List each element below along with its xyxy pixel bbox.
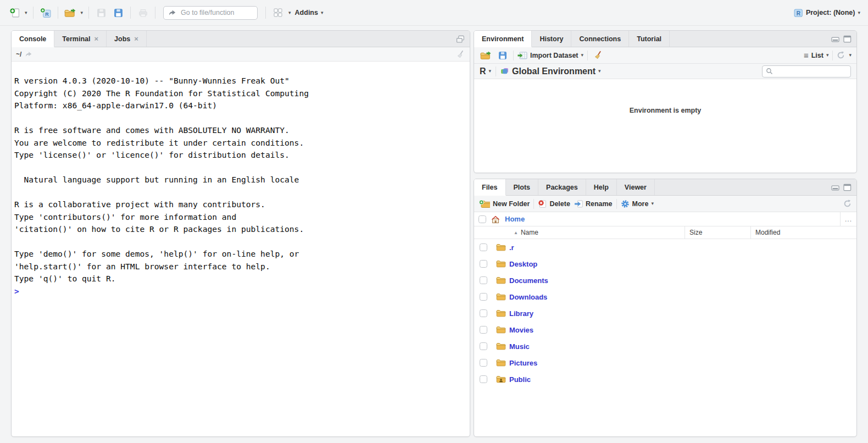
open-file-button[interactable] [64,6,77,19]
file-checkbox[interactable] [480,309,487,317]
tab-connections[interactable]: Connections [571,31,629,47]
list-view-menu[interactable]: List [804,51,829,59]
tab-history-label: History [539,35,563,43]
goto-arrow-icon [168,9,176,16]
save-workspace-button[interactable] [496,49,509,62]
file-name-link[interactable]: Downloads [509,293,547,301]
search-icon [766,68,773,75]
file-row: Desktop [474,256,856,272]
tab-jobs[interactable]: Jobs [107,31,147,47]
print-button[interactable] [136,6,149,19]
import-dataset-label: Import Dataset [530,52,578,59]
import-dataset-menu[interactable]: Import Dataset [518,52,583,59]
file-name-link[interactable]: .r [509,243,514,252]
goto-file-input[interactable] [180,8,253,17]
files-breadcrumb: Home ... [474,212,856,226]
environment-scope-selector[interactable]: Global Environment [500,67,601,76]
tab-help[interactable]: Help [586,179,617,195]
project-caret-icon [858,10,860,15]
tab-files-label: Files [482,184,498,191]
maximize-icon[interactable] [843,35,852,43]
language-selector[interactable]: R [480,67,491,76]
minimize-icon[interactable] [831,184,839,191]
more-label: More [632,200,649,208]
new-project-button[interactable] [39,6,52,19]
load-workspace-button[interactable] [479,49,492,62]
home-breadcrumb-link[interactable]: Home [505,215,525,223]
new-file-caret-icon[interactable] [25,10,27,15]
file-checkbox[interactable] [480,293,487,301]
close-icon[interactable] [134,35,138,42]
refresh-icon[interactable] [843,200,852,208]
toolbar-separator [88,7,89,19]
panes-layout-button[interactable] [271,6,285,19]
tab-viewer[interactable]: Viewer [617,179,655,195]
console-toolbar: ~/ [12,47,470,62]
list-icon [804,51,809,59]
tab-environment[interactable]: Environment [474,31,532,47]
maximize-icon[interactable] [843,184,852,191]
clear-environment-icon[interactable] [592,49,605,62]
refresh-icon[interactable] [837,51,845,59]
tab-plots[interactable]: Plots [506,179,539,195]
rename-button[interactable]: Rename [574,200,613,208]
path-ellipsis-button[interactable]: ... [840,212,856,226]
goto-working-directory-icon[interactable] [25,51,32,58]
environment-scope-caret-icon [598,69,601,74]
list-view-label: List [811,52,824,59]
environment-empty-message: Environment is empty [474,79,856,114]
column-header-size[interactable]: Size [685,226,750,239]
tab-tutorial[interactable]: Tutorial [629,31,670,47]
project-menu[interactable]: Project: (None) [794,8,860,18]
column-header-name[interactable]: Name [509,226,685,239]
file-name-link[interactable]: Library [509,309,533,318]
delete-button[interactable]: Delete [538,200,570,208]
folder-icon [496,293,506,301]
file-name-link[interactable]: Documents [509,276,548,285]
minimize-icon[interactable] [831,35,839,43]
file-checkbox[interactable] [480,276,487,284]
file-checkbox[interactable] [480,375,487,383]
refresh-caret-icon[interactable] [849,53,852,58]
close-icon[interactable] [94,35,98,42]
environment-search-input[interactable] [776,67,847,76]
file-checkbox[interactable] [480,359,487,367]
home-icon[interactable] [491,215,500,224]
file-checkbox[interactable] [480,326,487,334]
file-name-link[interactable]: Public [509,375,531,384]
save-all-button[interactable] [112,6,125,19]
file-checkbox[interactable] [480,342,487,350]
new-folder-button[interactable]: New Folder [479,200,530,208]
console-output-area[interactable]: R version 4.0.3 (2020-10-10) -- "Bunny-W… [12,62,470,301]
file-name-link[interactable]: Desktop [509,260,537,268]
console-prompt: > [14,286,19,296]
tab-plots-label: Plots [514,184,531,191]
select-all-checkbox[interactable] [478,215,486,223]
tab-packages[interactable]: Packages [538,179,586,195]
environment-search[interactable] [762,65,851,77]
new-file-button[interactable] [8,6,21,19]
tab-files[interactable]: Files [474,179,506,196]
open-file-caret-icon[interactable] [81,10,84,15]
toolbar-separator [155,7,155,19]
addins-menu[interactable]: Addins [295,9,324,16]
file-checkbox[interactable] [480,243,487,251]
file-name-link[interactable]: Music [509,342,530,351]
maximize-icon[interactable] [456,35,465,43]
save-button[interactable] [94,6,108,19]
addins-label: Addins [295,9,318,16]
clear-console-icon[interactable] [457,50,465,59]
goto-file-search[interactable] [163,6,258,20]
panes-layout-caret-icon[interactable] [288,10,291,15]
tab-terminal[interactable]: Terminal [54,31,107,47]
toolbar-separator [616,199,617,209]
file-name-link[interactable]: Pictures [509,359,537,367]
more-menu[interactable]: More [621,200,654,208]
tab-console[interactable]: Console [12,31,54,47]
file-checkbox[interactable] [480,260,487,268]
file-name-link[interactable]: Movies [509,326,533,334]
column-header-modified[interactable]: Modified [750,226,856,239]
console-tabbar: Console Terminal Jobs [12,31,470,47]
tab-history[interactable]: History [532,31,571,47]
tab-tutorial-label: Tutorial [637,35,661,43]
